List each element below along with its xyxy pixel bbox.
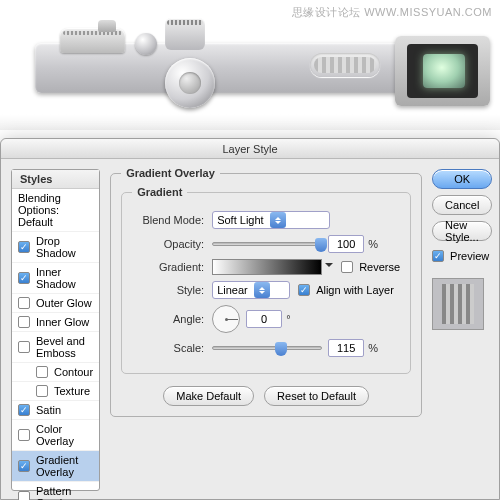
chevron-updown-icon xyxy=(270,212,286,228)
reset-default-button[interactable]: Reset to Default xyxy=(264,386,369,406)
style-checkbox[interactable] xyxy=(18,241,30,253)
blend-mode-select[interactable]: Soft Light xyxy=(212,211,330,229)
chevron-down-icon[interactable] xyxy=(325,263,333,271)
sidebar-item-label: Pattern Overlay xyxy=(36,485,93,500)
preview-checkbox[interactable] xyxy=(432,250,444,262)
style-checkbox[interactable] xyxy=(36,366,48,378)
opacity-value[interactable]: 100 xyxy=(328,235,364,253)
sidebar-item-label: Texture xyxy=(54,385,90,397)
sidebar-item-satin[interactable]: Satin xyxy=(12,401,99,420)
preview-label: Preview xyxy=(450,250,489,262)
align-label: Align with Layer xyxy=(316,284,394,296)
style-checkbox[interactable] xyxy=(18,404,30,416)
ok-button[interactable]: OK xyxy=(432,169,492,189)
angle-dial[interactable] xyxy=(212,305,240,333)
angle-value[interactable]: 0 xyxy=(246,310,282,328)
camera-illustration xyxy=(35,18,480,93)
watermark: 思缘设计论坛 WWW.MISSYUAN.COM xyxy=(292,5,492,20)
options-panel: Gradient Overlay Gradient Blend Mode: So… xyxy=(100,169,432,491)
subgroup-title: Gradient xyxy=(132,186,187,198)
angle-label: Angle: xyxy=(132,313,204,325)
preview-thumbnail xyxy=(432,278,484,330)
sidebar-item-label: Bevel and Emboss xyxy=(36,335,93,359)
gradient-overlay-group: Gradient Overlay Gradient Blend Mode: So… xyxy=(110,173,422,417)
styles-sidebar: Styles Blending Options: Default Drop Sh… xyxy=(11,169,100,491)
reverse-checkbox[interactable] xyxy=(341,261,353,273)
style-checkbox[interactable] xyxy=(18,272,30,284)
blend-mode-label: Blend Mode: xyxy=(132,214,204,226)
sidebar-item-pattern-overlay[interactable]: Pattern Overlay xyxy=(12,482,99,500)
group-title: Gradient Overlay xyxy=(121,167,220,179)
sidebar-header[interactable]: Styles xyxy=(12,170,99,189)
sidebar-item-drop-shadow[interactable]: Drop Shadow xyxy=(12,232,99,263)
style-checkbox[interactable] xyxy=(18,460,30,472)
sidebar-item-label: Drop Shadow xyxy=(36,235,93,259)
reverse-label: Reverse xyxy=(359,261,400,273)
make-default-button[interactable]: Make Default xyxy=(163,386,254,406)
sidebar-item-inner-shadow[interactable]: Inner Shadow xyxy=(12,263,99,294)
sidebar-item-label: Contour xyxy=(54,366,93,378)
sidebar-item-label: Color Overlay xyxy=(36,423,93,447)
dialog-title: Layer Style xyxy=(1,139,499,159)
scale-label: Scale: xyxy=(132,342,204,354)
style-label: Style: xyxy=(132,284,204,296)
new-style-button[interactable]: New Style... xyxy=(432,221,492,241)
sidebar-item-contour[interactable]: Contour xyxy=(12,363,99,382)
chevron-updown-icon xyxy=(254,282,270,298)
sidebar-item-label: Gradient Overlay xyxy=(36,454,93,478)
sidebar-item-outer-glow[interactable]: Outer Glow xyxy=(12,294,99,313)
sidebar-item-color-overlay[interactable]: Color Overlay xyxy=(12,420,99,451)
opacity-slider[interactable] xyxy=(212,242,322,246)
sidebar-item-gradient-overlay[interactable]: Gradient Overlay xyxy=(12,451,99,482)
sidebar-item-label: Outer Glow xyxy=(36,297,92,309)
cancel-button[interactable]: Cancel xyxy=(432,195,492,215)
opacity-label: Opacity: xyxy=(132,238,204,250)
sidebar-item-label: Inner Glow xyxy=(36,316,89,328)
sidebar-blending-options[interactable]: Blending Options: Default xyxy=(12,189,99,232)
gradient-label: Gradient: xyxy=(132,261,204,273)
layer-style-dialog: Layer Style Styles Blending Options: Def… xyxy=(0,138,500,500)
style-checkbox[interactable] xyxy=(18,297,30,309)
gradient-swatch[interactable] xyxy=(212,259,322,275)
sidebar-item-bevel-and-emboss[interactable]: Bevel and Emboss xyxy=(12,332,99,363)
align-checkbox[interactable] xyxy=(298,284,310,296)
style-checkbox[interactable] xyxy=(18,429,30,441)
scale-slider[interactable] xyxy=(212,346,322,350)
sidebar-item-texture[interactable]: Texture xyxy=(12,382,99,401)
style-checkbox[interactable] xyxy=(36,385,48,397)
style-select[interactable]: Linear xyxy=(212,281,290,299)
dialog-right-column: OK Cancel New Style... Preview xyxy=(432,169,492,491)
sidebar-item-inner-glow[interactable]: Inner Glow xyxy=(12,313,99,332)
style-checkbox[interactable] xyxy=(18,341,30,353)
sidebar-item-label: Satin xyxy=(36,404,61,416)
sidebar-item-label: Inner Shadow xyxy=(36,266,93,290)
style-checkbox[interactable] xyxy=(18,491,30,500)
scale-value[interactable]: 115 xyxy=(328,339,364,357)
style-checkbox[interactable] xyxy=(18,316,30,328)
